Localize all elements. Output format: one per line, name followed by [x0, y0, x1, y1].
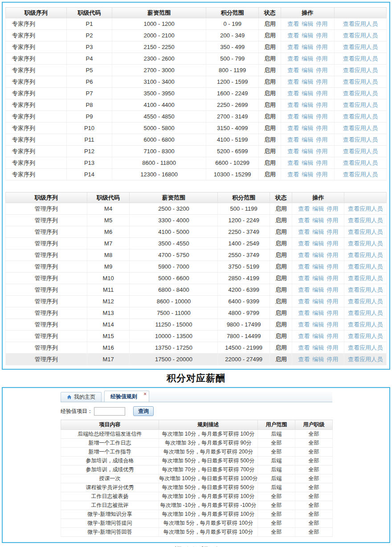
- view-users-link[interactable]: 查看应用人员: [343, 55, 378, 62]
- view-users-link[interactable]: 查看应用人员: [348, 205, 383, 212]
- edit-link[interactable]: 编辑: [302, 44, 313, 50]
- tab-experience-rules[interactable]: 经验值规则 ×: [104, 391, 149, 402]
- edit-link[interactable]: 编辑: [312, 229, 324, 235]
- view-users-link[interactable]: 查看应用人员: [343, 32, 378, 39]
- view-users-link[interactable]: 查看应用人员: [343, 90, 378, 97]
- view-users-link[interactable]: 查看应用人员: [343, 148, 378, 155]
- disable-link[interactable]: 停用: [327, 275, 338, 282]
- edit-link[interactable]: 编辑: [302, 90, 313, 97]
- disable-link[interactable]: 停用: [316, 67, 327, 73]
- view-link[interactable]: 查看: [298, 310, 310, 316]
- view-users-link[interactable]: 查看应用人员: [343, 44, 378, 50]
- edit-link[interactable]: 编辑: [312, 321, 324, 328]
- view-link[interactable]: 查看: [298, 252, 310, 258]
- disable-link[interactable]: 停用: [327, 298, 338, 305]
- edit-link[interactable]: 编辑: [312, 286, 324, 293]
- disable-link[interactable]: 停用: [327, 344, 338, 351]
- view-link[interactable]: 查看: [298, 344, 310, 351]
- disable-link[interactable]: 停用: [316, 171, 327, 178]
- close-icon[interactable]: ×: [144, 391, 147, 396]
- view-link[interactable]: 查看: [287, 148, 299, 155]
- disable-link[interactable]: 停用: [327, 252, 338, 258]
- disable-link[interactable]: 停用: [327, 310, 338, 316]
- view-link[interactable]: 查看: [287, 67, 299, 73]
- edit-link[interactable]: 编辑: [312, 263, 324, 270]
- disable-link[interactable]: 停用: [316, 78, 327, 85]
- view-users-link[interactable]: 查看应用人员: [343, 67, 378, 73]
- view-link[interactable]: 查看: [298, 286, 310, 293]
- view-users-link[interactable]: 查看应用人员: [348, 333, 383, 339]
- edit-link[interactable]: 编辑: [302, 32, 313, 39]
- view-link[interactable]: 查看: [287, 55, 299, 62]
- view-link[interactable]: 查看: [287, 32, 299, 39]
- edit-link[interactable]: 编辑: [312, 356, 324, 363]
- view-users-link[interactable]: 查看应用人员: [343, 78, 378, 85]
- edit-link[interactable]: 编辑: [312, 310, 324, 316]
- view-link[interactable]: 查看: [298, 275, 310, 282]
- edit-link[interactable]: 编辑: [302, 78, 313, 85]
- view-users-link[interactable]: 查看应用人员: [348, 263, 383, 270]
- view-users-link[interactable]: 查看应用人员: [343, 125, 378, 131]
- edit-link[interactable]: 编辑: [302, 136, 313, 143]
- view-users-link[interactable]: 查看应用人员: [348, 275, 383, 282]
- view-link[interactable]: 查看: [287, 44, 299, 50]
- view-users-link[interactable]: 查看应用人员: [348, 321, 383, 328]
- view-link[interactable]: 查看: [298, 263, 310, 270]
- experience-item-input[interactable]: [94, 407, 125, 416]
- view-link[interactable]: 查看: [287, 113, 299, 120]
- edit-link[interactable]: 编辑: [302, 148, 313, 155]
- edit-link[interactable]: 编辑: [302, 20, 313, 27]
- disable-link[interactable]: 停用: [316, 32, 327, 39]
- edit-link[interactable]: 编辑: [312, 275, 324, 282]
- edit-link[interactable]: 编辑: [302, 102, 313, 108]
- edit-link[interactable]: 编辑: [312, 217, 324, 224]
- disable-link[interactable]: 停用: [316, 148, 327, 155]
- view-link[interactable]: 查看: [298, 229, 310, 235]
- view-users-link[interactable]: 查看应用人员: [348, 286, 383, 293]
- disable-link[interactable]: 停用: [316, 125, 327, 131]
- view-link[interactable]: 查看: [298, 217, 310, 224]
- edit-link[interactable]: 编辑: [302, 67, 313, 73]
- edit-link[interactable]: 编辑: [302, 55, 313, 62]
- view-link[interactable]: 查看: [298, 321, 310, 328]
- edit-link[interactable]: 编辑: [312, 240, 324, 247]
- view-link[interactable]: 查看: [298, 298, 310, 305]
- disable-link[interactable]: 停用: [316, 90, 327, 97]
- query-button[interactable]: 查询: [133, 406, 154, 416]
- view-users-link[interactable]: 查看应用人员: [348, 252, 383, 258]
- view-link[interactable]: 查看: [287, 125, 299, 131]
- edit-link[interactable]: 编辑: [302, 113, 313, 120]
- view-users-link[interactable]: 查看应用人员: [343, 113, 378, 120]
- view-users-link[interactable]: 查看应用人员: [348, 298, 383, 305]
- view-users-link[interactable]: 查看应用人员: [348, 217, 383, 224]
- disable-link[interactable]: 停用: [327, 205, 338, 212]
- edit-link[interactable]: 编辑: [312, 298, 324, 305]
- edit-link[interactable]: 编辑: [302, 125, 313, 131]
- disable-link[interactable]: 停用: [327, 217, 338, 224]
- disable-link[interactable]: 停用: [327, 333, 338, 339]
- view-link[interactable]: 查看: [298, 205, 310, 212]
- view-link[interactable]: 查看: [287, 159, 299, 166]
- view-link[interactable]: 查看: [287, 102, 299, 108]
- view-link[interactable]: 查看: [298, 240, 310, 247]
- edit-link[interactable]: 编辑: [312, 333, 324, 339]
- view-link[interactable]: 查看: [287, 20, 299, 27]
- view-users-link[interactable]: 查看应用人员: [343, 102, 378, 108]
- view-link[interactable]: 查看: [287, 171, 299, 178]
- disable-link[interactable]: 停用: [316, 113, 327, 120]
- edit-link[interactable]: 编辑: [302, 171, 313, 178]
- view-users-link[interactable]: 查看应用人员: [348, 240, 383, 247]
- tab-my-homepage[interactable]: 我的主页: [61, 392, 102, 402]
- edit-link[interactable]: 编辑: [312, 205, 324, 212]
- disable-link[interactable]: 停用: [316, 20, 327, 27]
- view-link[interactable]: 查看: [287, 136, 299, 143]
- view-users-link[interactable]: 查看应用人员: [348, 229, 383, 235]
- view-link[interactable]: 查看: [298, 356, 310, 363]
- view-link[interactable]: 查看: [287, 90, 299, 97]
- disable-link[interactable]: 停用: [316, 102, 327, 108]
- disable-link[interactable]: 停用: [327, 356, 338, 363]
- disable-link[interactable]: 停用: [327, 240, 338, 247]
- edit-link[interactable]: 编辑: [312, 252, 324, 258]
- view-link[interactable]: 查看: [298, 333, 310, 339]
- disable-link[interactable]: 停用: [327, 286, 338, 293]
